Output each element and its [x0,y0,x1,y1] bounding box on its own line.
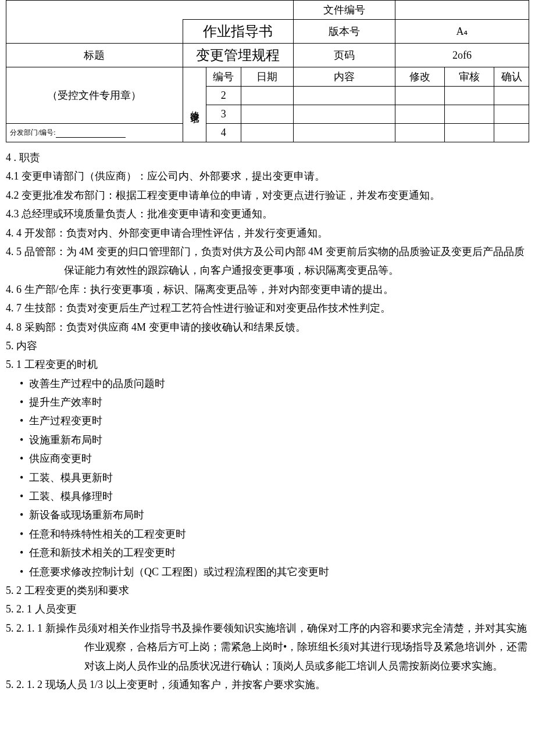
document-body: 4 . 职责 4.1 变更申请部门（供应商）：应公司内、外部要求，提出变更申请。… [6,142,529,694]
item-5-2-1-2: 5. 2. 1. 2 现场人员 1/3 以上变更时，须通知客户，并按客户要求实施… [6,675,529,694]
page-label: 页码 [293,44,395,67]
section-5-2-1-title: 5. 2. 1 人员变更 [6,600,529,618]
item-4-6: 4. 6 生产部/仓库：执行变更事项，标识、隔离变更品等，并对内部变更申请的提出… [6,280,529,299]
section-5-1-title: 5. 1 工程变更的时机 [6,355,529,374]
dist-dept-line: 分发部门/编号: [6,124,183,142]
version-value: A₄ [395,20,529,44]
list-item: 设施重新布局时 [6,431,529,449]
item-4-8: 4. 8 采购部：负责对供应商 4M 变更申请的接收确认和结果反馈。 [6,318,529,336]
list-item: 改善生产过程中的品质问题时 [6,374,529,393]
doc-type: 作业指导书 [183,20,293,44]
item-4-3: 4.3 总经理或环境质量负责人：批准变更申请和变更通知。 [6,205,529,223]
rev-no-1: 2 [206,87,241,105]
controlled-stamp: （受控文件专用章） [6,67,183,124]
revision-label: 修改记录 [188,103,201,108]
item-4-4: 4. 4 开发部：负责对内、外部变更申请合理性评估，并发行变更通知。 [6,224,529,242]
list-item: 供应商变更时 [6,449,529,468]
col-review: 审核 [445,67,494,87]
document-header-table: 文件编号 作业指导书 版本号 A₄ 标题 变更管埋规程 页码 2of6 （受控文… [6,0,529,142]
list-item: 工装、模具修理时 [6,487,529,506]
item-4-2: 4.2 变更批准发布部门：根据工程变更申请单位的申请，对变更点进行验证，并发布变… [6,186,529,205]
item-4-7: 4. 7 生技部：负责对变更后生产过程工艺符合性进行验证和对变更品作技术性判定。 [6,299,529,317]
version-label: 版本号 [293,20,395,44]
rev-no-2: 3 [206,105,241,124]
list-item: 提升生产效率时 [6,393,529,411]
doc-name: 变更管埋规程 [183,44,293,67]
col-date: 日期 [241,67,293,87]
item-4-1: 4.1 变更申请部门（供应商）：应公司内、外部要求，提出变更申请。 [6,167,529,185]
list-item: 生产过程变更时 [6,411,529,430]
section-5-title: 5. 内容 [6,336,529,355]
item-4-5: 4. 5 品管部：为 4M 变更的归口管理部门，负责对供方及公司内部 4M 变更… [6,242,529,280]
col-no: 编号 [206,67,241,87]
col-modify: 修改 [395,67,445,87]
list-item: 新设备或现场重新布局时 [6,506,529,524]
col-content: 内容 [293,67,395,87]
col-confirm: 确认 [494,67,529,87]
section-5-2-title: 5. 2 工程变更的类别和要求 [6,581,529,600]
item-5-2-1-1: 5. 2. 1. 1 新操作员须对相关作业指导书及操作要领知识实施培训，确保对工… [6,619,529,675]
rev-no-3: 4 [206,124,241,142]
list-item: 任意和新技术相关的工程变更时 [6,543,529,562]
doc-no-label: 文件编号 [293,1,395,20]
list-item: 任意和特殊特性相关的工程变更时 [6,525,529,543]
list-item: 工装、模具更新时 [6,468,529,487]
section-4-title: 4 . 职责 [6,148,529,167]
list-item: 任意要求修改控制计划（QC 工程图）或过程流程图的其它变更时 [6,562,529,581]
change-occasions-list: 改善生产过程中的品质问题时 提升生产效率时 生产过程变更时 设施重新布局时 供应… [6,374,529,581]
page-value: 2of6 [395,44,529,67]
title-label: 标题 [6,44,183,67]
